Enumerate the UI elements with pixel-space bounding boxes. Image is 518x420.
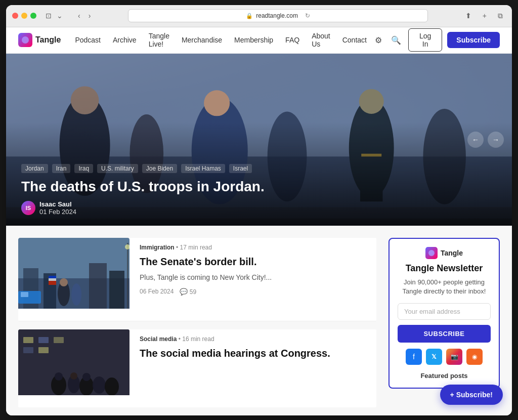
login-button[interactable]: Log In (408, 28, 442, 52)
hero-next-button[interactable]: → (488, 132, 504, 148)
author-avatar: IS (21, 201, 35, 215)
hero-section: ← → Jordan Iran Iraq U.S. military Joe B… (6, 54, 512, 226)
svg-rect-38 (23, 347, 33, 353)
svg-point-4 (71, 86, 99, 114)
article-title-1[interactable]: The Senate's border bill. (140, 255, 374, 268)
share-button[interactable]: ⬆ (462, 11, 474, 21)
hero-tags: Jordan Iran Iraq U.S. military Joe Biden… (21, 164, 497, 173)
article-read-time-1: • 17 min read (176, 244, 212, 251)
svg-rect-36 (38, 337, 49, 343)
table-row: Social media • 16 min read The social me… (18, 329, 376, 407)
subscribe-nav-button[interactable]: Subscribe (447, 32, 500, 48)
hero-tag-military[interactable]: U.S. military (97, 164, 138, 173)
nav-item-archive[interactable]: Archive (107, 27, 143, 53)
reload-button[interactable]: ↻ (305, 12, 310, 19)
article-body-2: Social media • 16 min read The social me… (140, 329, 376, 397)
hero-tag-jordan[interactable]: Jordan (21, 164, 48, 173)
svg-rect-26 (49, 278, 56, 281)
thumb-image-2 (18, 329, 130, 395)
facebook-button[interactable]: f (406, 349, 422, 365)
newsletter-description: Join 90,000+ people getting Tangle direc… (398, 278, 491, 296)
logo-icon (18, 33, 32, 47)
hero-tag-iraq[interactable]: Iraq (74, 164, 93, 173)
hero-title[interactable]: The deaths of U.S. troops in Jordan. (21, 178, 497, 195)
article-body-1: Immigration • 17 min read The Senate's b… (140, 238, 376, 311)
float-subscribe-button[interactable]: + Subscribe! (440, 385, 503, 405)
minimize-traffic-light[interactable] (21, 13, 27, 19)
twitter-button[interactable]: 𝕏 (426, 349, 442, 365)
comment-icon: 💬 (180, 288, 188, 296)
svg-point-46 (70, 372, 77, 380)
author-info: Isaac Saul 01 Feb 2024 (39, 200, 76, 216)
lock-icon: 🔒 (246, 13, 253, 19)
svg-rect-21 (109, 271, 124, 309)
newsletter-subscribe-button[interactable]: SUBSCRIBE (398, 325, 491, 343)
article-thumbnail-1 (18, 238, 130, 311)
newsletter-title: Tangle Newsletter (398, 263, 491, 274)
article-date-1: 06 Feb 2024 (140, 288, 174, 295)
address-bar[interactable]: 🔒 readtangle.com ↻ (128, 9, 427, 22)
articles-column: Immigration • 17 min read The Senate's b… (18, 238, 376, 415)
newsletter-logo-text: Tangle (441, 249, 463, 257)
svg-rect-25 (49, 281, 56, 285)
nav-item-podcast[interactable]: Podcast (69, 27, 107, 53)
traffic-lights (12, 13, 36, 19)
newsletter-email-input[interactable] (398, 303, 491, 320)
article-category-2[interactable]: Social media (140, 335, 177, 343)
settings-icon[interactable]: ⚙ (373, 33, 384, 47)
newsletter-logo-icon (425, 247, 438, 259)
social-links: f 𝕏 📷 ◉ (398, 349, 491, 365)
rss-button[interactable]: ◉ (466, 349, 483, 365)
tab-icon: ⊡ (46, 12, 52, 20)
site-nav: Tangle Podcast Archive Tangle Live! Merc… (6, 27, 512, 54)
svg-point-43 (93, 376, 106, 394)
site-logo[interactable]: Tangle (18, 33, 61, 47)
instagram-button[interactable]: 📷 (446, 349, 462, 365)
article-category-1[interactable]: Immigration (140, 244, 175, 251)
nav-item-merchandise[interactable]: Merchandise (176, 27, 228, 53)
article-meta-2: Social media • 16 min read (140, 335, 374, 343)
url-text: readtangle.com (256, 12, 298, 19)
title-bar: ⊡ ⌄ ‹ › 🔒 readtangle.com ↻ ⬆ + ⧉ (6, 5, 512, 27)
hero-prev-button[interactable]: ← (467, 132, 484, 148)
fullscreen-traffic-light[interactable] (30, 13, 36, 19)
svg-rect-37 (54, 337, 64, 343)
hero-tag-iran[interactable]: Iran (52, 164, 71, 173)
logo-text: Tangle (35, 35, 61, 45)
svg-point-47 (82, 373, 91, 381)
article-excerpt-1: Plus, Tangle is coming to New York City!… (140, 272, 374, 283)
hero-nav: ← → (467, 132, 504, 148)
svg-point-6 (204, 90, 230, 116)
svg-point-24 (71, 283, 81, 306)
hero-tag-israel[interactable]: Israel (229, 164, 252, 173)
nav-item-membership[interactable]: Membership (228, 27, 279, 53)
article-thumbnail-2 (18, 329, 130, 397)
hero-content: Jordan Iran Iraq U.S. military Joe Biden… (21, 164, 497, 216)
nav-item-about-us[interactable]: About Us (306, 27, 336, 53)
svg-point-0 (22, 36, 29, 44)
tab-chevron[interactable]: ⌄ (57, 12, 63, 20)
nav-item-faq[interactable]: FAQ (279, 27, 306, 53)
back-button[interactable]: ‹ (75, 11, 83, 21)
new-tab-button[interactable]: + (480, 11, 490, 21)
table-row: Immigration • 17 min read The Senate's b… (18, 238, 376, 321)
tabs-button[interactable]: ⧉ (495, 11, 506, 21)
nav-item-contact[interactable]: Contact (336, 27, 373, 53)
article-comments-1: 💬 59 (180, 288, 196, 296)
svg-point-45 (55, 372, 63, 381)
nav-item-tangle-live[interactable]: Tangle Live! (143, 27, 176, 53)
search-icon[interactable]: 🔍 (389, 33, 403, 47)
hero-tag-israel-hamas[interactable]: Israel Hamas (181, 164, 225, 173)
featured-posts-label: Featured posts (398, 372, 491, 380)
hero-tag-biden[interactable]: Joe Biden (142, 164, 177, 173)
svg-point-48 (428, 250, 435, 256)
forward-button[interactable]: › (85, 11, 94, 21)
tab-icons: ⊡ ⌄ (46, 12, 63, 20)
article-footer-1: 06 Feb 2024 💬 59 (140, 288, 374, 296)
close-traffic-light[interactable] (12, 13, 18, 19)
article-title-2[interactable]: The social media hearings at Congress. (140, 347, 374, 360)
svg-point-23 (60, 278, 68, 286)
browser-nav: ‹ › (75, 11, 94, 21)
svg-rect-39 (38, 347, 49, 353)
hero-date: 01 Feb 2024 (39, 208, 76, 216)
